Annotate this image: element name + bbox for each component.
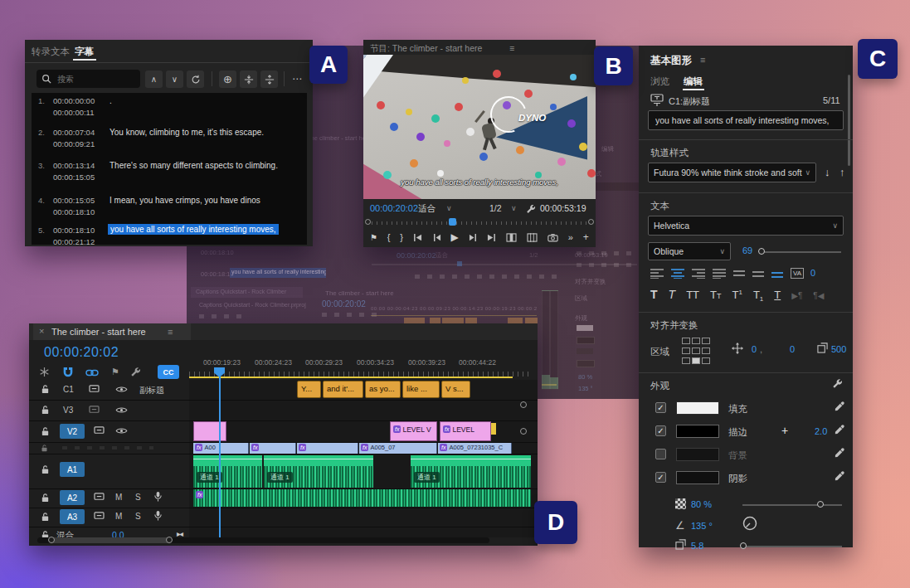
source-patch-icon[interactable] xyxy=(94,426,105,435)
subscript-icon[interactable]: T1 xyxy=(753,289,763,303)
lock-icon[interactable] xyxy=(41,405,50,415)
split-caption-button[interactable] xyxy=(240,70,257,88)
solo-button[interactable]: S xyxy=(135,493,141,502)
paragraph-rtl-icon[interactable]: ¶◀ xyxy=(813,291,824,300)
source-patch-icon[interactable] xyxy=(94,493,105,502)
video-clip[interactable]: fx xyxy=(297,443,358,454)
small-caps-icon[interactable]: TT xyxy=(710,289,721,301)
zoom-handle-left[interactable] xyxy=(365,219,371,225)
download-style-button[interactable]: ↓ xyxy=(825,166,830,178)
source-patch-icon[interactable] xyxy=(89,406,100,415)
stroke-checkbox[interactable]: ✓ xyxy=(655,425,666,436)
top-align-icon[interactable] xyxy=(733,268,746,279)
fill-checkbox[interactable]: ✓ xyxy=(655,402,666,413)
shadow-checkbox[interactable]: ✓ xyxy=(655,472,666,483)
background-eyedropper-icon[interactable] xyxy=(835,448,844,458)
captions-menu-button[interactable]: CC xyxy=(158,365,179,379)
caption-row-text[interactable]: . xyxy=(109,96,112,105)
track-v3-name[interactable]: V3 xyxy=(63,406,73,415)
align-right-icon[interactable] xyxy=(692,268,706,279)
resolution-dropdown[interactable]: 1/2 xyxy=(489,203,502,213)
linked-selection-icon[interactable] xyxy=(85,369,99,377)
track-a2-chip[interactable]: A2 xyxy=(60,490,85,505)
mark-out-icon[interactable]: } xyxy=(400,232,403,242)
lock-icon[interactable] xyxy=(41,384,50,395)
font-size-slider[interactable] xyxy=(762,251,841,253)
font-size-knob[interactable] xyxy=(758,248,765,255)
add-stroke-button[interactable]: + xyxy=(781,424,788,437)
font-style-dropdown[interactable]: Oblique ∨ xyxy=(648,242,731,260)
track-height-handle[interactable] xyxy=(520,401,527,408)
middle-align-icon[interactable] xyxy=(752,268,765,279)
zoom-handle-right[interactable] xyxy=(588,219,594,225)
merge-caption-button[interactable] xyxy=(260,70,278,88)
kerning-icon[interactable]: VA xyxy=(791,268,804,279)
snap-magnet-icon[interactable] xyxy=(62,367,74,378)
track-a3-chip[interactable]: A3 xyxy=(60,509,85,524)
refresh-button[interactable] xyxy=(187,70,204,88)
lock-icon[interactable] xyxy=(41,493,50,503)
mark-in-icon[interactable]: { xyxy=(387,232,391,242)
shadow-opacity-value[interactable]: 80 % xyxy=(691,499,712,509)
faux-italic-icon[interactable]: T xyxy=(669,288,676,301)
caption-row-text[interactable]: I mean, you have crimps, you have dinos xyxy=(109,196,260,205)
chevron-down-icon[interactable]: ∨ xyxy=(511,204,517,212)
tab-edit[interactable]: 编辑 xyxy=(684,75,703,88)
scroll-handle[interactable] xyxy=(166,537,173,543)
zone-grid[interactable] xyxy=(682,336,718,366)
align-center-icon[interactable] xyxy=(671,268,685,279)
source-patch-icon[interactable] xyxy=(94,512,105,521)
kerning-value[interactable]: 0 xyxy=(810,268,815,278)
track-style-dropdown[interactable]: Futura 90% white think stroke and soft .… xyxy=(648,163,816,182)
superscript-icon[interactable]: T1 xyxy=(732,289,742,301)
fill-eyedropper-icon[interactable] xyxy=(835,401,844,411)
caption-clip[interactable]: and it'... xyxy=(323,381,363,398)
panel-menu-icon[interactable]: ≡ xyxy=(168,327,173,337)
caption-row-text[interactable]: You know, climbing to me, it's this esca… xyxy=(109,128,264,137)
shadow-angle-value[interactable]: 135 ° xyxy=(691,521,713,531)
shadow-opacity-knob[interactable] xyxy=(817,501,824,508)
fit-dropdown[interactable]: 适合 xyxy=(418,203,436,215)
timeline-settings-wrench-icon[interactable] xyxy=(130,367,141,377)
track-v2-chip[interactable]: V2 xyxy=(60,424,85,439)
audio-clip[interactable]: 通道 1 xyxy=(411,455,531,488)
justify-icon[interactable] xyxy=(713,268,727,279)
track-c1-name[interactable]: C1 xyxy=(63,385,74,394)
more-options-button[interactable]: ⋯ xyxy=(292,73,302,85)
caption-clip[interactable]: as yo... xyxy=(365,381,401,398)
extract-icon[interactable] xyxy=(527,233,538,242)
background-checkbox[interactable] xyxy=(655,449,666,459)
scroll-handle[interactable] xyxy=(48,537,55,543)
mute-button[interactable]: M xyxy=(115,493,122,502)
bottom-align-icon[interactable] xyxy=(771,268,784,279)
more-panels-icon[interactable]: » xyxy=(568,232,573,242)
appearance-settings-icon[interactable] xyxy=(832,378,843,389)
position-x-value[interactable]: 0 xyxy=(752,344,757,354)
caption-text-input[interactable] xyxy=(654,114,838,126)
nest-snap-icon[interactable] xyxy=(39,367,50,377)
toggle-output-eye-icon[interactable] xyxy=(115,386,128,393)
shadow-distance-value[interactable]: 5.8 xyxy=(691,541,703,551)
audio-clip[interactable]: 通道 1 xyxy=(264,455,373,488)
toggle-output-eye-icon[interactable] xyxy=(115,427,128,435)
tab-captions[interactable]: 字幕 xyxy=(75,46,94,58)
track-a1-chip[interactable]: A1 xyxy=(60,462,85,477)
paragraph-ltr-icon[interactable]: ▶¶ xyxy=(791,291,802,300)
caption-text-field[interactable] xyxy=(648,110,844,130)
caption-clip-name[interactable]: C1:副标题 xyxy=(669,95,710,108)
search-input[interactable] xyxy=(56,74,134,85)
position-y-value[interactable]: 0 xyxy=(790,344,795,354)
video-clip[interactable]: fx xyxy=(250,443,296,454)
angle-dial[interactable] xyxy=(742,516,757,531)
shadow-swatch[interactable] xyxy=(676,471,719,484)
upload-style-button[interactable]: ↑ xyxy=(839,166,845,178)
shadow-distance-knob[interactable] xyxy=(740,542,747,549)
video-clip[interactable]: fxA005_07 xyxy=(359,443,437,454)
horizontal-scroll-thumb[interactable] xyxy=(50,537,170,543)
level-clip[interactable]: fxLEVEL xyxy=(440,421,491,441)
scale-value[interactable]: 500 xyxy=(831,344,846,354)
font-size-value[interactable]: 69 xyxy=(742,245,752,255)
video-clip[interactable]: fxA005_07231035_C xyxy=(438,443,512,454)
level-clip[interactable]: fxLEVEL V xyxy=(390,421,437,441)
chevron-down-icon[interactable]: ∨ xyxy=(446,204,452,212)
